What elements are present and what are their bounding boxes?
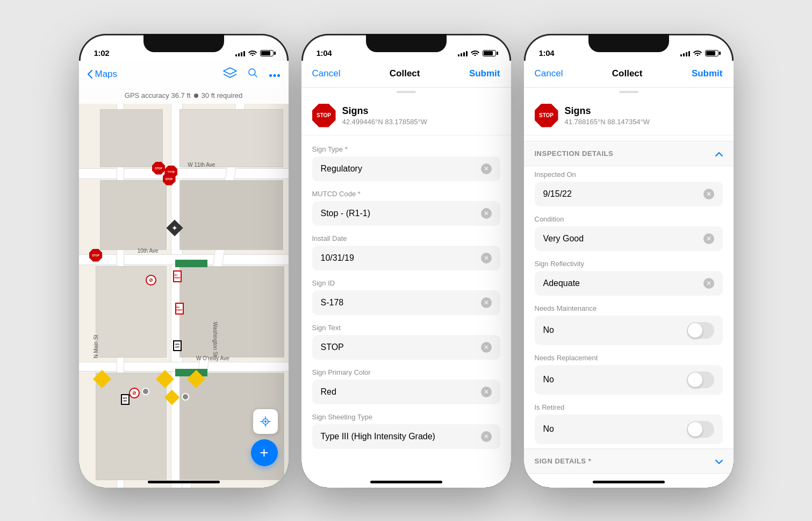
field-install-date: Install Date 10/31/19 ✕ (301, 230, 511, 275)
field-label-is-retired: Is Retired (535, 403, 723, 411)
status-time-2: 1:04 (317, 48, 332, 58)
yellow-sign-4[interactable] (167, 392, 177, 403)
field-value-mutcd[interactable]: Stop - (R1-1) ✕ (312, 201, 500, 226)
pull-indicator-2 (619, 91, 638, 93)
field-mutcd-code: MUTCD Code * Stop - (R1-1) ✕ (301, 185, 511, 230)
cancel-button-1[interactable]: Cancel (312, 68, 341, 79)
feature-name-1: Signs (342, 105, 428, 117)
clear-reflectivity[interactable]: ✕ (703, 278, 714, 289)
add-feature-button[interactable]: + (251, 439, 278, 466)
clear-condition[interactable]: ✕ (703, 233, 714, 244)
no-turn-2[interactable]: ⊘ (129, 388, 140, 398)
yellow-sign-3[interactable] (190, 373, 203, 386)
yellow-sign-1[interactable] (96, 373, 109, 386)
clear-sheeting[interactable]: ✕ (481, 431, 492, 442)
stop-sign-4[interactable]: STOP (89, 249, 102, 262)
field-value-inspected-on[interactable]: 9/15/22 ✕ (535, 182, 723, 206)
field-value-needs-replacement[interactable]: No (535, 365, 723, 395)
location-button[interactable] (253, 409, 278, 434)
feature-header-1: STOP Signs 42.499446°N 83.178585°W (301, 96, 511, 135)
gps-accuracy-bar: GPS accuracy 36.7 ft 30 ft required (79, 88, 289, 104)
field-value-sign-type[interactable]: Regulatory ✕ (312, 156, 500, 181)
battery-icon-3 (705, 50, 718, 56)
field-label-sheeting: Sign Sheeting Type (312, 413, 500, 421)
field-sign-color: Sign Primary Color Red ✕ (301, 364, 511, 409)
clear-sign-color[interactable]: ✕ (481, 387, 492, 397)
stop-sign-3[interactable]: STOP (163, 173, 176, 185)
pull-indicator-1 (397, 91, 416, 93)
maps-back-button[interactable]: Maps (88, 69, 118, 80)
no-turn-1[interactable]: ⊘ (146, 275, 156, 286)
map-view[interactable]: Maps (79, 61, 289, 488)
field-sign-id: Sign ID S-178 ✕ (301, 275, 511, 319)
toggle-needs-maintenance[interactable] (687, 322, 714, 339)
submit-button-1[interactable]: Submit (469, 68, 500, 79)
field-label-inspected-on: Inspected On (535, 170, 723, 179)
form-navbar-1: Cancel Collect Submit (301, 61, 511, 88)
field-reflectivity: Sign Reflectivity Adequate ✕ (524, 255, 734, 300)
field-label-sign-color: Sign Primary Color (312, 368, 500, 376)
search-icon[interactable] (248, 68, 258, 81)
more-icon[interactable] (269, 69, 280, 79)
clear-sign-type[interactable]: ✕ (481, 163, 492, 174)
wifi-icon-3 (693, 49, 702, 58)
form-title-1: Collect (390, 68, 420, 79)
no-parking-2[interactable]: NOPARK (175, 303, 184, 315)
form-navbar-2: Cancel Collect Submit (524, 61, 734, 88)
home-indicator-3 (593, 481, 665, 483)
clear-install-date[interactable]: ✕ (481, 253, 492, 263)
field-value-sheeting[interactable]: Type III (High Intensity Grade) ✕ (312, 424, 500, 449)
field-needs-maintenance: Needs Maintenance No (524, 300, 734, 349)
stop-icon-2: STOP (535, 104, 558, 127)
crossing-sign-1[interactable]: ✦ (169, 222, 181, 234)
toggle-is-retired[interactable] (687, 421, 714, 438)
field-value-install-date[interactable]: 10/31/19 ✕ (312, 246, 500, 270)
speed-limit-2[interactable]: SPDLMT (121, 394, 130, 405)
wifi-icon (248, 49, 257, 58)
clear-sign-text[interactable]: ✕ (481, 342, 492, 353)
clear-inspected-on[interactable]: ✕ (703, 189, 714, 199)
field-value-sign-text[interactable]: STOP ✕ (312, 335, 500, 360)
home-indicator-2 (370, 481, 442, 483)
section-inspection-label: INSPECTION DETAILS (535, 149, 614, 158)
field-value-sign-color[interactable]: Red ✕ (312, 380, 500, 404)
gray-marker-1[interactable] (142, 388, 149, 395)
feature-info-2: Signs 41.788165°N 88.147354°W (565, 105, 650, 126)
form-body-1: Sign Type * Regulatory ✕ MUTCD Code * St… (301, 135, 511, 488)
no-parking-1[interactable]: NOPARK (173, 270, 182, 282)
feature-info-1: Signs 42.499446°N 83.178585°W (342, 105, 428, 126)
section-sign-chevron[interactable] (715, 455, 723, 467)
clear-sign-id[interactable]: ✕ (481, 297, 492, 308)
layers-icon[interactable] (223, 67, 237, 81)
section-sign-label: SIGN DETAILS * (535, 457, 592, 465)
field-label-sign-id: Sign ID (312, 279, 500, 287)
section-inspection-chevron[interactable] (715, 148, 723, 159)
submit-button-2[interactable]: Submit (692, 68, 723, 79)
field-value-reflectivity[interactable]: Adequate ✕ (535, 271, 723, 296)
field-value-needs-maintenance[interactable]: No (535, 316, 723, 345)
signal-icon-3 (680, 50, 690, 56)
field-value-condition[interactable]: Very Good ✕ (535, 226, 723, 251)
status-time-3: 1:04 (539, 48, 555, 58)
gray-marker-2[interactable] (182, 393, 189, 401)
field-sign-type: Sign Type * Regulatory ✕ (301, 141, 511, 185)
street-label-washington: Washington St (212, 322, 218, 356)
form-title-2: Collect (612, 68, 643, 79)
home-indicator-1 (148, 481, 220, 483)
yellow-sign-2[interactable] (159, 373, 171, 386)
battery-icon (260, 50, 274, 56)
map-navbar: Maps (79, 61, 289, 88)
clear-mutcd[interactable]: ✕ (481, 208, 492, 219)
section-inspection-header[interactable]: INSPECTION DETAILS (524, 141, 734, 166)
field-value-sign-id[interactable]: S-178 ✕ (312, 290, 500, 315)
speed-limit-1[interactable]: SPDLMT (173, 340, 182, 351)
street-label-nmain: N Main St (92, 334, 98, 358)
toggle-needs-replacement[interactable] (687, 372, 714, 388)
feature-header-2: STOP Signs 41.788165°N 88.147354°W (524, 96, 734, 135)
cancel-button-2[interactable]: Cancel (535, 68, 563, 79)
phone-form-1: 1:04 (301, 34, 511, 488)
svg-point-5 (264, 420, 267, 423)
field-inspected-on: Inspected On 9/15/22 ✕ (524, 166, 734, 211)
field-value-is-retired[interactable]: No (535, 415, 723, 444)
section-sign-header[interactable]: SIGN DETAILS * (524, 448, 734, 474)
